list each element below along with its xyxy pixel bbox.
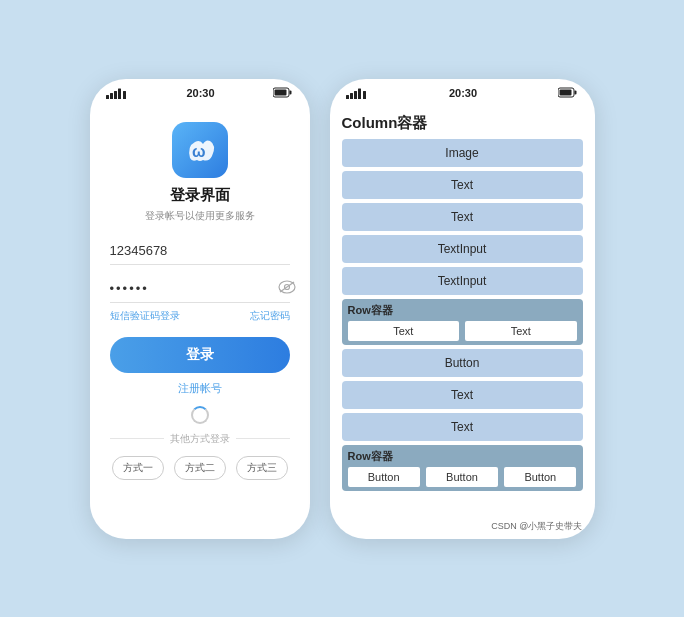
signal-icon bbox=[106, 88, 128, 99]
row-text-1: Text bbox=[348, 321, 460, 341]
col-text-3: Text bbox=[342, 381, 583, 409]
col-text-4: Text bbox=[342, 413, 583, 441]
svg-rect-2 bbox=[114, 91, 117, 99]
col-textinput-1: TextInput bbox=[342, 235, 583, 263]
login-title: 登录界面 bbox=[170, 186, 230, 205]
left-status-bar: 20:30 bbox=[90, 79, 310, 104]
svg-rect-18 bbox=[575, 90, 577, 94]
right-time: 20:30 bbox=[449, 87, 477, 99]
password-input[interactable] bbox=[110, 275, 278, 302]
row-text-2: Text bbox=[465, 321, 577, 341]
row-btn-1[interactable]: Button bbox=[348, 467, 420, 487]
right-battery bbox=[558, 87, 578, 100]
column-title: Column容器 bbox=[342, 108, 583, 139]
other-login-label: 其他方式登录 bbox=[110, 432, 290, 446]
login-subtitle: 登录帐号以使用更多服务 bbox=[145, 209, 255, 223]
svg-rect-13 bbox=[350, 93, 353, 99]
password-row bbox=[110, 275, 290, 303]
svg-rect-1 bbox=[110, 93, 113, 99]
col-image: Image bbox=[342, 139, 583, 167]
loading-icon bbox=[191, 406, 209, 424]
svg-rect-15 bbox=[358, 88, 361, 99]
row-btn-3[interactable]: Button bbox=[504, 467, 576, 487]
row-buttons: Button Button Button bbox=[348, 467, 577, 487]
svg-rect-4 bbox=[123, 91, 126, 99]
svg-rect-0 bbox=[106, 95, 109, 99]
method-btn-2[interactable]: 方式二 bbox=[174, 456, 226, 480]
row-container-2: Row容器 Button Button Button bbox=[342, 445, 583, 491]
sms-login-link[interactable]: 短信验证码登录 bbox=[110, 309, 180, 323]
svg-rect-19 bbox=[560, 89, 572, 95]
svg-rect-3 bbox=[118, 88, 121, 99]
row-texts: Text Text bbox=[348, 321, 577, 341]
svg-line-11 bbox=[280, 282, 294, 292]
col-text-2: Text bbox=[342, 203, 583, 231]
register-link[interactable]: 注册帐号 bbox=[178, 381, 222, 396]
left-phone: 20:30 ω 登录界面 登录帐号以使用更多服务 bbox=[90, 79, 310, 539]
row-container-1: Row容器 Text Text bbox=[342, 299, 583, 345]
method-btn-1[interactable]: 方式一 bbox=[112, 456, 164, 480]
col-text-1: Text bbox=[342, 171, 583, 199]
main-container: 20:30 ω 登录界面 登录帐号以使用更多服务 bbox=[70, 59, 615, 559]
login-methods: 方式一 方式二 方式三 bbox=[112, 456, 288, 480]
svg-text:ω: ω bbox=[192, 143, 206, 160]
left-battery bbox=[273, 87, 293, 100]
svg-rect-7 bbox=[275, 89, 287, 95]
row-btn-2[interactable]: Button bbox=[426, 467, 498, 487]
links-row: 短信验证码登录 忘记密码 bbox=[110, 309, 290, 323]
forgot-password-link[interactable]: 忘记密码 bbox=[250, 309, 290, 323]
svg-rect-12 bbox=[346, 95, 349, 99]
username-input[interactable] bbox=[110, 237, 290, 265]
eye-icon[interactable] bbox=[278, 280, 296, 297]
right-phone-body: Column容器 Image Text Text TextInput TextI… bbox=[330, 104, 595, 499]
svg-rect-16 bbox=[363, 91, 366, 99]
method-btn-3[interactable]: 方式三 bbox=[236, 456, 288, 480]
right-signal-icon bbox=[346, 88, 368, 99]
login-button[interactable]: 登录 bbox=[110, 337, 290, 373]
app-icon: ω bbox=[172, 122, 228, 178]
col-button: Button bbox=[342, 349, 583, 377]
svg-rect-14 bbox=[354, 91, 357, 99]
row-label-2: Row容器 bbox=[348, 449, 577, 464]
row-label-1: Row容器 bbox=[348, 303, 577, 318]
svg-rect-6 bbox=[290, 90, 292, 94]
right-status-bar: 20:30 bbox=[330, 79, 595, 104]
col-textinput-2: TextInput bbox=[342, 267, 583, 295]
left-time: 20:30 bbox=[186, 87, 214, 99]
watermark: CSDN @小黑子史带夫 bbox=[491, 520, 582, 533]
left-phone-body: ω 登录界面 登录帐号以使用更多服务 短信验证码登录 忘记密码 bbox=[90, 104, 310, 496]
right-phone: 20:30 Column容器 Image Text Text TextInput… bbox=[330, 79, 595, 539]
